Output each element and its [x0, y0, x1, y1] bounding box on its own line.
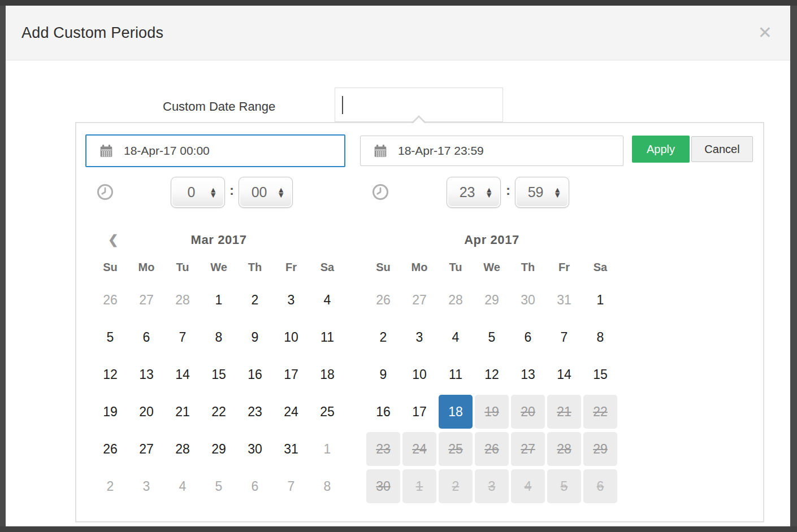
day-cell[interactable]: 10	[274, 320, 308, 354]
day-cell[interactable]: 16	[366, 395, 400, 429]
day-cell[interactable]: 5	[93, 320, 127, 354]
day-cell[interactable]: 7	[166, 320, 200, 354]
day-cell[interactable]: 27	[402, 283, 436, 317]
day-cell[interactable]: 17	[402, 395, 436, 429]
day-cell[interactable]: 2	[366, 320, 400, 354]
overlay-edge-right	[790, 6, 797, 526]
close-icon[interactable]: ✕	[758, 24, 772, 41]
weekday-label: Su	[93, 261, 127, 274]
day-cell[interactable]: 26	[93, 432, 127, 466]
day-cell[interactable]: 21	[166, 395, 200, 429]
day-cell[interactable]: 11	[439, 357, 473, 391]
day-cell[interactable]: 19	[93, 395, 127, 429]
day-cell[interactable]: 3	[274, 283, 308, 317]
day-cell[interactable]: 22	[202, 395, 236, 429]
day-cell[interactable]: 30	[238, 432, 272, 466]
apply-button[interactable]: Apply	[632, 136, 690, 163]
day-cell[interactable]: 4	[439, 320, 473, 354]
day-cell: 27	[511, 432, 545, 466]
day-cell[interactable]: 31	[547, 283, 581, 317]
weekday-label: Sa	[583, 261, 617, 274]
day-cell: 5	[547, 469, 581, 503]
end-date-input[interactable]: 18-Apr-17 23:59	[360, 136, 623, 166]
calendar-icon	[99, 143, 114, 158]
day-cell[interactable]: 13	[129, 357, 163, 391]
custom-date-range-label: Custom Date Range	[163, 99, 275, 114]
start-date-value: 18-Apr-17 00:00	[124, 144, 210, 158]
day-cell[interactable]: 18	[439, 395, 473, 429]
day-cell[interactable]: 15	[583, 357, 617, 391]
day-cell[interactable]: 26	[93, 283, 127, 317]
day-cell: 29	[583, 432, 617, 466]
weekday-label: Tu	[439, 261, 473, 274]
day-cell[interactable]: 5	[202, 469, 236, 503]
weekday-label: Fr	[547, 261, 581, 274]
day-cell[interactable]: 31	[274, 432, 308, 466]
day-cell[interactable]: 28	[166, 283, 200, 317]
day-cell[interactable]: 25	[310, 395, 344, 429]
spinner-arrows-icon[interactable]: ▲▼	[485, 187, 493, 197]
calendar-icon	[373, 143, 388, 158]
start-minute-select[interactable]: 00 ▲▼	[239, 177, 293, 208]
day-cell[interactable]: 9	[366, 357, 400, 391]
day-cell[interactable]: 2	[93, 469, 127, 503]
spinner-arrows-icon[interactable]: ▲▼	[553, 187, 561, 197]
start-date-input[interactable]: 18-Apr-17 00:00	[85, 134, 345, 167]
day-cell[interactable]: 6	[511, 320, 545, 354]
prev-month-icon[interactable]: ❮	[108, 228, 118, 252]
day-cell[interactable]: 30	[511, 283, 545, 317]
month-title: Apr 2017	[366, 228, 617, 252]
day-cell[interactable]: 20	[129, 395, 163, 429]
day-cell[interactable]: 5	[475, 320, 509, 354]
spinner-arrows-icon[interactable]: ▲▼	[277, 187, 285, 197]
day-cell[interactable]: 8	[583, 320, 617, 354]
day-cell[interactable]: 15	[202, 357, 236, 391]
day-cell[interactable]: 1	[202, 283, 236, 317]
day-cell[interactable]: 3	[402, 320, 436, 354]
weekday-label: Mo	[129, 261, 163, 274]
day-cell[interactable]: 14	[166, 357, 200, 391]
weekday-label: Su	[366, 261, 400, 274]
day-cell[interactable]: 7	[547, 320, 581, 354]
day-cell[interactable]: 1	[310, 432, 344, 466]
day-cell[interactable]: 28	[439, 283, 473, 317]
start-hour-select[interactable]: 0 ▲▼	[171, 177, 225, 208]
day-cell[interactable]: 29	[475, 283, 509, 317]
day-cell[interactable]: 4	[166, 469, 200, 503]
day-cell[interactable]: 8	[310, 469, 344, 503]
calendar-april-2017: Apr 2017 SuMoTuWeThFrSa 2627282930311234…	[366, 228, 617, 503]
day-cell[interactable]: 14	[547, 357, 581, 391]
day-cell[interactable]: 12	[93, 357, 127, 391]
day-cell[interactable]: 2	[238, 283, 272, 317]
day-cell[interactable]: 12	[475, 357, 509, 391]
day-cell[interactable]: 24	[274, 395, 308, 429]
day-cell[interactable]: 6	[238, 469, 272, 503]
day-cell[interactable]: 26	[366, 283, 400, 317]
day-cell[interactable]: 28	[166, 432, 200, 466]
day-cell[interactable]: 18	[310, 357, 344, 391]
day-cell: 25	[439, 432, 473, 466]
day-cell[interactable]: 6	[129, 320, 163, 354]
spinner-arrows-icon[interactable]: ▲▼	[209, 187, 217, 197]
end-hour-select[interactable]: 23 ▲▼	[447, 177, 501, 208]
day-cell[interactable]: 29	[202, 432, 236, 466]
clock-icon	[97, 184, 114, 200]
day-cell[interactable]: 3	[129, 469, 163, 503]
day-cell[interactable]: 16	[238, 357, 272, 391]
day-cell[interactable]: 4	[310, 283, 344, 317]
day-cell[interactable]: 27	[129, 432, 163, 466]
day-cell[interactable]: 17	[274, 357, 308, 391]
end-minute-select[interactable]: 59 ▲▼	[515, 177, 569, 208]
day-cell[interactable]: 13	[511, 357, 545, 391]
day-cell[interactable]: 9	[238, 320, 272, 354]
cancel-button[interactable]: Cancel	[691, 136, 753, 162]
day-cell[interactable]: 23	[238, 395, 272, 429]
overlay-edge-bottom	[0, 526, 797, 532]
day-cell[interactable]: 8	[202, 320, 236, 354]
day-cell[interactable]: 11	[310, 320, 344, 354]
day-cell[interactable]: 10	[402, 357, 436, 391]
end-minute-value: 59	[516, 184, 553, 200]
day-cell[interactable]: 27	[129, 283, 163, 317]
day-cell[interactable]: 7	[274, 469, 308, 503]
day-cell[interactable]: 1	[583, 283, 617, 317]
